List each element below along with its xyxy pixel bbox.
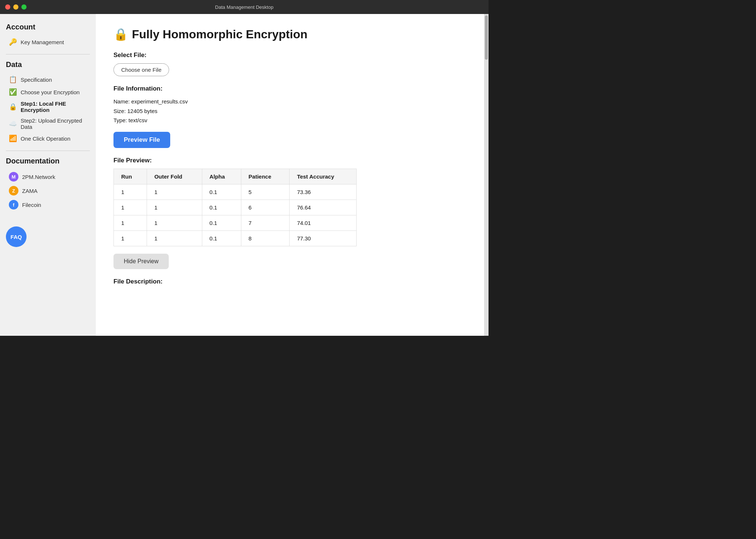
file-type: Type: text/csv: [113, 116, 466, 125]
faq-button[interactable]: FAQ: [6, 226, 27, 247]
sidebar-item-label: Specification: [21, 77, 52, 83]
table-row: 110.1676.64: [114, 200, 357, 215]
table-cell: 0.1: [202, 200, 241, 215]
table-head: RunOuter FoldAlphaPatienceTest Accuracy: [114, 169, 357, 184]
table-header-row: RunOuter FoldAlphaPatienceTest Accuracy: [114, 169, 357, 184]
table-header-cell: Test Accuracy: [290, 169, 357, 184]
table-cell: 1: [147, 230, 202, 246]
table-cell: 0.1: [202, 184, 241, 200]
2pm-icon: M: [9, 172, 18, 182]
specification-icon: 📋: [9, 75, 17, 84]
table-header-cell: Alpha: [202, 169, 241, 184]
table-cell: 6: [241, 200, 290, 215]
table-cell: 1: [147, 200, 202, 215]
file-preview-label: File Preview:: [113, 157, 466, 164]
close-button[interactable]: [5, 4, 10, 10]
divider-1: [6, 54, 90, 54]
sidebar-item-step2-upload[interactable]: ☁️ Step2: Upload Encrypted Data: [6, 115, 90, 132]
table-cell: 1: [114, 215, 147, 230]
divider-2: [6, 151, 90, 151]
file-description-label: File Description:: [113, 278, 466, 285]
account-section-title: Account: [6, 23, 90, 31]
table-cell: 7: [241, 215, 290, 230]
title-icon: 🔒: [113, 27, 128, 41]
check-icon: ✅: [9, 88, 17, 96]
zama-icon: Z: [9, 186, 18, 195]
table-cell: 76.64: [290, 200, 357, 215]
choose-file-button[interactable]: Choose one File: [113, 63, 169, 76]
sidebar-item-key-management[interactable]: 🔑 Key Management: [6, 36, 90, 48]
traffic-lights: [5, 4, 27, 10]
page-title: 🔒 Fully Homomorphic Encryption: [113, 27, 466, 41]
preview-table: RunOuter FoldAlphaPatienceTest Accuracy …: [113, 169, 357, 246]
lock-icon: 🔒: [9, 103, 17, 111]
table-row: 110.1774.01: [114, 215, 357, 230]
documentation-section-title: Documentation: [6, 157, 90, 165]
table-cell: 1: [147, 184, 202, 200]
table-cell: 1: [114, 230, 147, 246]
data-section-title: Data: [6, 60, 90, 69]
sidebar-item-label: Key Management: [21, 39, 64, 45]
table-header-cell: Patience: [241, 169, 290, 184]
file-info-label: File Information:: [113, 85, 466, 92]
sidebar-item-label: Filecoin: [22, 202, 41, 208]
filecoin-icon: f: [9, 200, 18, 209]
table-cell: 77.30: [290, 230, 357, 246]
table-cell: 1: [147, 215, 202, 230]
sidebar-item-2pm[interactable]: M 2PM.Network: [6, 170, 90, 184]
sidebar-item-label: 2PM.Network: [22, 174, 55, 180]
key-icon: 🔑: [9, 38, 17, 46]
file-name: Name: experiment_results.csv: [113, 97, 466, 106]
hide-preview-button[interactable]: Hide Preview: [113, 254, 169, 269]
maximize-button[interactable]: [21, 4, 27, 10]
title-bar: Data Management Desktop: [0, 0, 489, 14]
table-row: 110.1573.36: [114, 184, 357, 200]
scrollbar-track[interactable]: [484, 14, 489, 336]
table-row: 110.1877.30: [114, 230, 357, 246]
upload-icon: ☁️: [9, 120, 17, 128]
file-size: Size: 12405 bytes: [113, 106, 466, 116]
sidebar-item-label: Choose your Encryption: [21, 89, 80, 95]
sidebar-item-label: Step2: Upload Encrypted Data: [21, 117, 87, 130]
sidebar-item-one-click[interactable]: 📶 One Click Operation: [6, 132, 90, 145]
wifi-icon: 📶: [9, 134, 17, 142]
main-content: 🔒 Fully Homomorphic Encryption Select Fi…: [96, 14, 484, 336]
window-title: Data Management Desktop: [215, 4, 273, 10]
app-body: Account 🔑 Key Management Data 📋 Specific…: [0, 14, 489, 336]
file-info-section: File Information: Name: experiment_resul…: [113, 85, 466, 125]
sidebar-item-label: ZAMA: [22, 188, 38, 194]
sidebar-item-choose-encryption[interactable]: ✅ Choose your Encryption: [6, 86, 90, 98]
table-cell: 5: [241, 184, 290, 200]
table-cell: 8: [241, 230, 290, 246]
sidebar: Account 🔑 Key Management Data 📋 Specific…: [0, 14, 96, 336]
sidebar-item-zama[interactable]: Z ZAMA: [6, 184, 90, 198]
table-cell: 73.36: [290, 184, 357, 200]
table-cell: 1: [114, 200, 147, 215]
preview-file-button[interactable]: Preview File: [113, 132, 170, 148]
sidebar-item-step1-fhe[interactable]: 🔒 Step1: Local FHE Encryption: [6, 98, 90, 115]
sidebar-item-label: One Click Operation: [21, 135, 70, 142]
sidebar-item-specification[interactable]: 📋 Specification: [6, 73, 90, 86]
sidebar-item-label: Step1: Local FHE Encryption: [21, 101, 87, 113]
table-cell: 74.01: [290, 215, 357, 230]
table-body: 110.1573.36110.1676.64110.1774.01110.187…: [114, 184, 357, 246]
table-cell: 0.1: [202, 230, 241, 246]
table-header-cell: Outer Fold: [147, 169, 202, 184]
page-title-text: Fully Homomorphic Encryption: [132, 28, 307, 41]
minimize-button[interactable]: [13, 4, 18, 10]
scrollbar-thumb[interactable]: [485, 15, 488, 60]
sidebar-item-filecoin[interactable]: f Filecoin: [6, 198, 90, 212]
select-file-label: Select File:: [113, 52, 466, 59]
table-header-cell: Run: [114, 169, 147, 184]
table-cell: 0.1: [202, 215, 241, 230]
table-cell: 1: [114, 184, 147, 200]
